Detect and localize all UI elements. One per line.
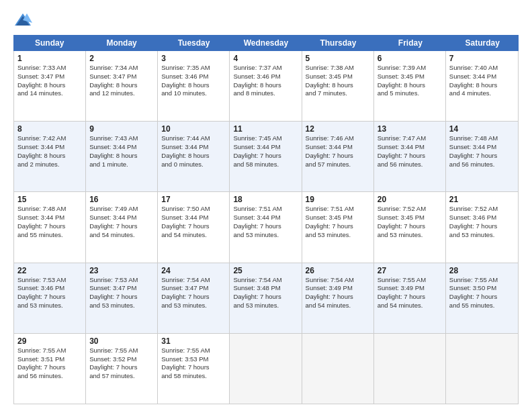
header-day: Friday xyxy=(374,35,446,51)
day-number: 25 xyxy=(233,266,298,275)
calendar-cell: 14Sunrise: 7:48 AMSunset: 3:44 PMDayligh… xyxy=(446,122,518,191)
calendar-cell: 5Sunrise: 7:38 AMSunset: 3:45 PMDaylight… xyxy=(302,51,374,121)
cell-info: Sunrise: 7:55 AMSunset: 3:52 PMDaylight:… xyxy=(89,347,154,381)
cell-info: Sunrise: 7:46 AMSunset: 3:44 PMDaylight:… xyxy=(306,134,370,169)
day-number: 2 xyxy=(89,54,154,63)
day-number: 28 xyxy=(449,266,515,275)
cell-info: Sunrise: 7:43 AMSunset: 3:44 PMDaylight:… xyxy=(89,134,154,169)
day-number: 31 xyxy=(161,336,226,346)
calendar-cell: 16Sunrise: 7:49 AMSunset: 3:44 PMDayligh… xyxy=(86,192,158,262)
day-number: 18 xyxy=(233,195,298,204)
calendar-cell: 21Sunrise: 7:52 AMSunset: 3:46 PMDayligh… xyxy=(446,192,518,262)
calendar-cell: 25Sunrise: 7:54 AMSunset: 3:48 PMDayligh… xyxy=(230,263,302,333)
day-number: 10 xyxy=(161,124,226,134)
calendar-row: 22Sunrise: 7:53 AMSunset: 3:46 PMDayligh… xyxy=(14,263,518,334)
day-number: 12 xyxy=(306,124,370,134)
day-number: 5 xyxy=(306,54,370,63)
calendar-cell xyxy=(374,334,446,404)
cell-info: Sunrise: 7:54 AMSunset: 3:48 PMDaylight:… xyxy=(233,276,298,310)
logo xyxy=(13,11,35,30)
calendar-cell: 15Sunrise: 7:48 AMSunset: 3:44 PMDayligh… xyxy=(14,192,86,262)
cell-info: Sunrise: 7:39 AMSunset: 3:45 PMDaylight:… xyxy=(378,64,442,98)
day-number: 3 xyxy=(161,54,226,63)
header-day: Sunday xyxy=(13,35,85,51)
cell-info: Sunrise: 7:35 AMSunset: 3:46 PMDaylight:… xyxy=(161,64,226,98)
calendar-cell: 9Sunrise: 7:43 AMSunset: 3:44 PMDaylight… xyxy=(86,122,158,191)
calendar-cell: 13Sunrise: 7:47 AMSunset: 3:44 PMDayligh… xyxy=(374,122,446,191)
calendar-row: 1Sunrise: 7:33 AMSunset: 3:47 PMDaylight… xyxy=(14,51,518,122)
cell-info: Sunrise: 7:55 AMSunset: 3:53 PMDaylight:… xyxy=(161,347,226,381)
calendar-cell: 3Sunrise: 7:35 AMSunset: 3:46 PMDaylight… xyxy=(158,51,230,121)
day-number: 24 xyxy=(161,266,226,275)
day-number: 22 xyxy=(17,266,82,275)
calendar-cell: 6Sunrise: 7:39 AMSunset: 3:45 PMDaylight… xyxy=(374,51,446,121)
cell-info: Sunrise: 7:55 AMSunset: 3:51 PMDaylight:… xyxy=(17,347,82,381)
day-number: 9 xyxy=(89,124,154,134)
cell-info: Sunrise: 7:47 AMSunset: 3:44 PMDaylight:… xyxy=(378,134,442,169)
day-number: 11 xyxy=(233,124,298,134)
calendar-cell xyxy=(230,334,302,404)
cell-info: Sunrise: 7:49 AMSunset: 3:44 PMDaylight:… xyxy=(89,205,154,239)
calendar: SundayMondayTuesdayWednesdayThursdayFrid… xyxy=(13,35,519,404)
cell-info: Sunrise: 7:52 AMSunset: 3:45 PMDaylight:… xyxy=(378,205,442,239)
calendar-cell: 30Sunrise: 7:55 AMSunset: 3:52 PMDayligh… xyxy=(86,334,158,404)
day-number: 20 xyxy=(378,195,442,204)
cell-info: Sunrise: 7:51 AMSunset: 3:45 PMDaylight:… xyxy=(306,205,370,239)
header-day: Thursday xyxy=(302,35,374,51)
calendar-cell xyxy=(302,334,374,404)
calendar-row: 29Sunrise: 7:55 AMSunset: 3:51 PMDayligh… xyxy=(14,334,518,404)
cell-info: Sunrise: 7:42 AMSunset: 3:44 PMDaylight:… xyxy=(17,134,82,169)
calendar-cell: 2Sunrise: 7:34 AMSunset: 3:47 PMDaylight… xyxy=(86,51,158,121)
cell-info: Sunrise: 7:38 AMSunset: 3:45 PMDaylight:… xyxy=(306,64,370,98)
day-number: 4 xyxy=(233,54,298,63)
calendar-row: 15Sunrise: 7:48 AMSunset: 3:44 PMDayligh… xyxy=(14,192,518,263)
day-number: 8 xyxy=(17,124,82,134)
calendar-cell xyxy=(446,334,518,404)
header-day: Wednesday xyxy=(230,35,302,51)
cell-info: Sunrise: 7:50 AMSunset: 3:44 PMDaylight:… xyxy=(161,205,226,239)
calendar-cell: 19Sunrise: 7:51 AMSunset: 3:45 PMDayligh… xyxy=(302,192,374,262)
calendar-cell: 27Sunrise: 7:55 AMSunset: 3:49 PMDayligh… xyxy=(374,263,446,333)
cell-info: Sunrise: 7:48 AMSunset: 3:44 PMDaylight:… xyxy=(449,134,515,169)
calendar-cell: 31Sunrise: 7:55 AMSunset: 3:53 PMDayligh… xyxy=(158,334,230,404)
calendar-cell: 1Sunrise: 7:33 AMSunset: 3:47 PMDaylight… xyxy=(14,51,86,121)
day-number: 27 xyxy=(378,266,442,275)
calendar-cell: 23Sunrise: 7:53 AMSunset: 3:47 PMDayligh… xyxy=(86,263,158,333)
calendar-cell: 17Sunrise: 7:50 AMSunset: 3:44 PMDayligh… xyxy=(158,192,230,262)
day-number: 13 xyxy=(378,124,442,134)
calendar-cell: 20Sunrise: 7:52 AMSunset: 3:45 PMDayligh… xyxy=(374,192,446,262)
day-number: 14 xyxy=(449,124,515,134)
day-number: 1 xyxy=(17,54,82,63)
day-number: 26 xyxy=(306,266,370,275)
header xyxy=(13,11,519,30)
day-number: 17 xyxy=(161,195,226,204)
calendar-cell: 28Sunrise: 7:55 AMSunset: 3:50 PMDayligh… xyxy=(446,263,518,333)
logo-icon xyxy=(13,11,32,30)
calendar-body: 1Sunrise: 7:33 AMSunset: 3:47 PMDaylight… xyxy=(13,51,519,404)
day-number: 6 xyxy=(378,54,442,63)
cell-info: Sunrise: 7:37 AMSunset: 3:46 PMDaylight:… xyxy=(233,64,298,98)
day-number: 16 xyxy=(89,195,154,204)
cell-info: Sunrise: 7:44 AMSunset: 3:44 PMDaylight:… xyxy=(161,134,226,169)
cell-info: Sunrise: 7:54 AMSunset: 3:47 PMDaylight:… xyxy=(161,276,226,310)
cell-info: Sunrise: 7:51 AMSunset: 3:44 PMDaylight:… xyxy=(233,205,298,239)
cell-info: Sunrise: 7:52 AMSunset: 3:46 PMDaylight:… xyxy=(449,205,515,239)
calendar-cell: 29Sunrise: 7:55 AMSunset: 3:51 PMDayligh… xyxy=(14,334,86,404)
cell-info: Sunrise: 7:33 AMSunset: 3:47 PMDaylight:… xyxy=(17,64,82,98)
header-day: Tuesday xyxy=(158,35,230,51)
cell-info: Sunrise: 7:34 AMSunset: 3:47 PMDaylight:… xyxy=(89,64,154,98)
day-number: 7 xyxy=(449,54,515,63)
calendar-cell: 7Sunrise: 7:40 AMSunset: 3:44 PMDaylight… xyxy=(446,51,518,121)
day-number: 15 xyxy=(17,195,82,204)
cell-info: Sunrise: 7:55 AMSunset: 3:49 PMDaylight:… xyxy=(378,276,442,310)
day-number: 29 xyxy=(17,336,82,346)
header-day: Monday xyxy=(85,35,157,51)
day-number: 21 xyxy=(449,195,515,204)
calendar-cell: 4Sunrise: 7:37 AMSunset: 3:46 PMDaylight… xyxy=(230,51,302,121)
calendar-cell: 24Sunrise: 7:54 AMSunset: 3:47 PMDayligh… xyxy=(158,263,230,333)
calendar-cell: 26Sunrise: 7:54 AMSunset: 3:49 PMDayligh… xyxy=(302,263,374,333)
calendar-cell: 11Sunrise: 7:45 AMSunset: 3:44 PMDayligh… xyxy=(230,122,302,191)
calendar-cell: 22Sunrise: 7:53 AMSunset: 3:46 PMDayligh… xyxy=(14,263,86,333)
calendar-cell: 12Sunrise: 7:46 AMSunset: 3:44 PMDayligh… xyxy=(302,122,374,191)
calendar-cell: 8Sunrise: 7:42 AMSunset: 3:44 PMDaylight… xyxy=(14,122,86,191)
